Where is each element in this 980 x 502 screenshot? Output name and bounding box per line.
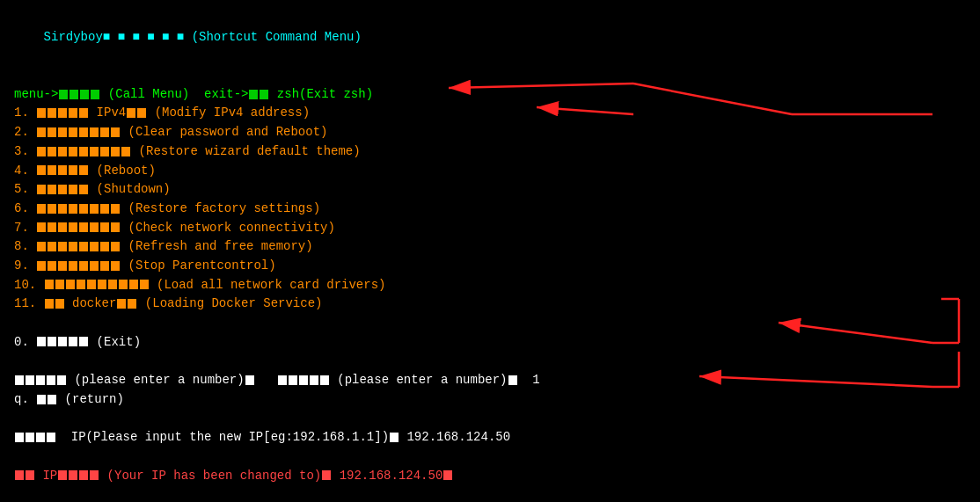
title-line: Sirdyboy■ ■ ■ ■ ■ ■ (Shortcut Command Me… (14, 9, 966, 66)
ip-input-line: IP(Please input the new IP[eg:192.168.1.… (14, 428, 966, 447)
return-line: q. (return) (14, 390, 966, 410)
menu-item-0: 0. (Exit) (14, 333, 966, 353)
menu-item-2: 2. (Clear password and Reboot) (14, 123, 966, 142)
ip-result-line: IP (Your IP has been changed to) 192.168… (14, 467, 966, 486)
menu-item-1: 1. IPv4 (Modify IPv4 address) (14, 104, 966, 123)
menu-item-5: 5. (Shutdown) (14, 180, 966, 200)
menu-item-4: 4. (Reboot) (14, 162, 966, 181)
menu-item-11: 11. docker (Loading Docker Service) (14, 295, 966, 314)
prompt-line: (please enter a number) (please enter a … (14, 371, 966, 390)
menu-item-10: 10. (Load all network card drivers) (14, 276, 966, 295)
menu-item-9: 9. (Stop Parentcontrol) (14, 257, 966, 276)
menu-item-3: 3. (Restore wizard default theme) (14, 142, 966, 162)
title-text: Sirdyboy (44, 30, 103, 44)
menu-exit-line: menu-> (Call Menu) exit-> zsh(Exit zsh) (14, 85, 966, 105)
menu-item-8: 8. (Refresh and free memory) (14, 237, 966, 257)
menu-item-6: 6. (Restore factory settings) (14, 200, 966, 219)
menu-item-7: 7. (Check network connectivity) (14, 219, 966, 238)
terminal-window: Sirdyboy■ ■ ■ ■ ■ ■ (Shortcut Command Me… (0, 0, 980, 494)
